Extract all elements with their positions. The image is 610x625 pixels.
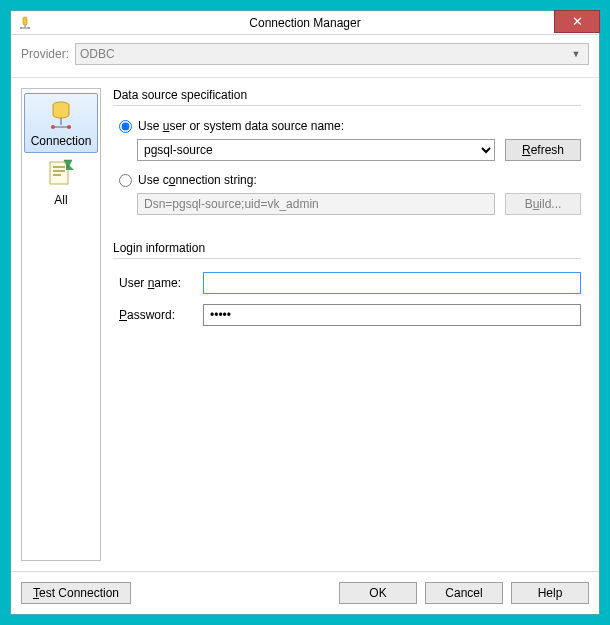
dialog-body: Connection All [11, 78, 599, 571]
category-nav: Connection All [21, 88, 101, 561]
close-icon: ✕ [572, 14, 583, 29]
refresh-button[interactable]: Refresh [505, 139, 581, 161]
radio-conn-input[interactable] [119, 174, 132, 187]
nav-item-connection[interactable]: Connection [24, 93, 98, 153]
radio-dsn-label: Use user or system data source name: [138, 119, 344, 133]
username-row: User name: [119, 272, 581, 294]
nav-item-all[interactable]: All [24, 153, 98, 211]
connection-icon [43, 96, 79, 132]
ok-button[interactable]: OK [339, 582, 417, 604]
password-input[interactable] [203, 304, 581, 326]
connection-string-input: Dsn=pgsql-source;uid=vk_admin [137, 193, 495, 215]
separator [113, 258, 581, 259]
dsn-line: pgsql-source Refresh [137, 139, 581, 161]
separator [113, 105, 581, 106]
nav-label-all: All [54, 193, 67, 207]
provider-row: Provider: ODBC ▼ [11, 35, 599, 78]
data-source-group: Data source specification Use user or sy… [113, 88, 581, 227]
cancel-button[interactable]: Cancel [425, 582, 503, 604]
provider-select: ODBC ▼ [75, 43, 589, 65]
chevron-down-icon: ▼ [568, 49, 584, 59]
login-group: Login information User name: Password: [113, 241, 581, 336]
nav-label-connection: Connection [31, 134, 92, 148]
username-input[interactable] [203, 272, 581, 294]
build-button: Build... [505, 193, 581, 215]
app-icon [17, 15, 33, 31]
password-label: Password: [119, 308, 195, 322]
radio-conn-string[interactable]: Use connection string: [119, 173, 581, 187]
help-button[interactable]: Help [511, 582, 589, 604]
radio-conn-label: Use connection string: [138, 173, 257, 187]
svg-rect-0 [23, 17, 27, 25]
username-label: User name: [119, 276, 195, 290]
window-title: Connection Manager [11, 16, 599, 30]
test-connection-button[interactable]: Test Connection [21, 582, 131, 604]
all-icon [43, 155, 79, 191]
svg-rect-12 [53, 170, 65, 172]
password-row: Password: [119, 304, 581, 326]
radio-dsn[interactable]: Use user or system data source name: [119, 119, 581, 133]
provider-value: ODBC [80, 47, 115, 61]
dialog-footer: Test Connection OK Cancel Help [11, 571, 599, 614]
provider-label: Provider: [21, 47, 69, 61]
radio-dsn-input[interactable] [119, 120, 132, 133]
titlebar: Connection Manager ✕ [11, 11, 599, 35]
close-button[interactable]: ✕ [554, 10, 600, 33]
dsn-select[interactable]: pgsql-source [137, 139, 495, 161]
conn-string-line: Dsn=pgsql-source;uid=vk_admin Build... [137, 193, 581, 215]
content-panel: Data source specification Use user or sy… [105, 88, 589, 561]
svg-rect-13 [53, 174, 61, 176]
connection-manager-window: Connection Manager ✕ Provider: ODBC ▼ [10, 10, 600, 615]
